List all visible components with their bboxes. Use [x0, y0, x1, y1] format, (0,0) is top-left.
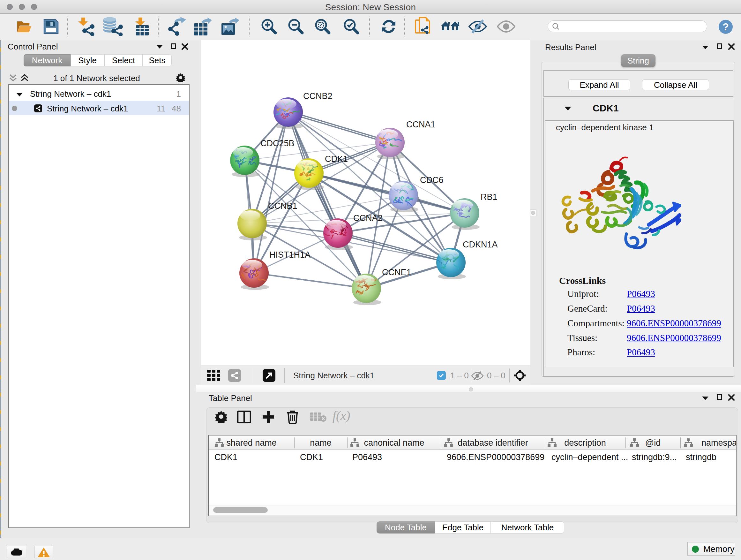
- svg-text:CCNB2: CCNB2: [303, 91, 333, 101]
- svg-text:HIST1H1A: HIST1H1A: [269, 250, 311, 260]
- svg-text:RB1: RB1: [481, 192, 497, 202]
- svg-text:CCNE1: CCNE1: [382, 267, 411, 277]
- svg-text:CCNA2: CCNA2: [353, 213, 383, 223]
- svg-text:CDC6: CDC6: [420, 175, 444, 185]
- svg-text:CDC25B: CDC25B: [260, 138, 294, 148]
- svg-text:CCNB1: CCNB1: [268, 201, 297, 211]
- svg-text:CDK1: CDK1: [325, 154, 348, 164]
- svg-text:CCNA1: CCNA1: [406, 120, 435, 129]
- svg-text:CDKN1A: CDKN1A: [463, 240, 498, 249]
